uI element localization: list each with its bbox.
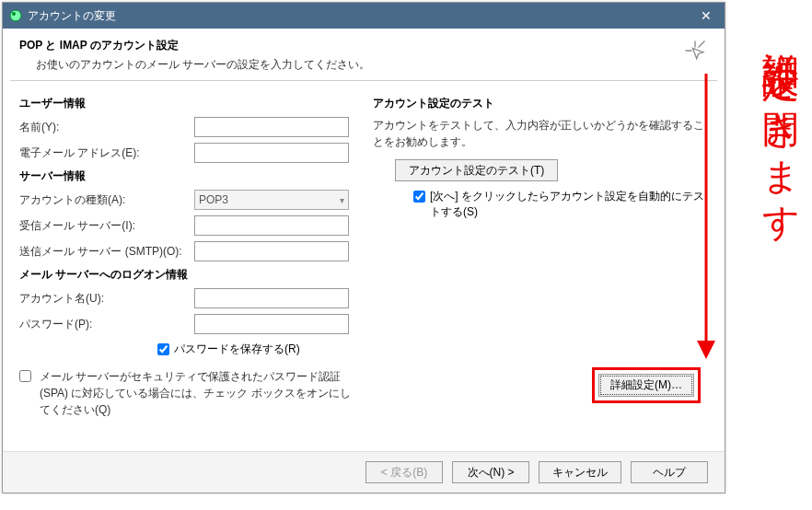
- outgoing-server-input[interactable]: [194, 241, 349, 261]
- incoming-server-input[interactable]: [194, 215, 349, 236]
- user-info-heading: ユーザー情報: [19, 96, 354, 111]
- svg-marker-3: [697, 341, 715, 359]
- account-settings-window: アカウントの変更 ✕ POP と IMAP のアカウント設定 お使いのアカウント…: [2, 2, 725, 493]
- spa-checkbox[interactable]: [19, 370, 31, 382]
- account-name-label: アカウント名(U):: [19, 291, 194, 307]
- auto-test-label: [次へ] をクリックしたらアカウント設定を自動的にテストする(S): [430, 189, 708, 220]
- test-account-button[interactable]: アカウント設定のテスト(T): [395, 159, 558, 181]
- right-column: アカウント設定のテスト アカウントをテストして、入力内容が正しいかどうかを確認す…: [367, 92, 713, 418]
- name-label: 名前(Y):: [19, 120, 194, 135]
- auto-test-checkbox[interactable]: [413, 191, 425, 203]
- next-button[interactable]: 次へ(N) >: [452, 461, 529, 483]
- details-highlight-box: 詳細設定(M)…: [592, 367, 701, 403]
- left-column: ユーザー情報 名前(Y): 電子メール アドレス(E): サーバー情報 アカウン…: [14, 92, 360, 418]
- header-area: POP と IMAP のアカウント設定 お使いのアカウントのメール サーバーの設…: [3, 29, 725, 80]
- save-password-checkbox-row[interactable]: パスワードを保存する(R): [157, 342, 300, 357]
- test-description: アカウントをテストして、入力内容が正しいかどうかを確認することをお勧めします。: [373, 117, 708, 150]
- save-password-checkbox[interactable]: [157, 343, 169, 355]
- cursor-icon: [682, 38, 708, 66]
- help-button[interactable]: ヘルプ: [631, 461, 708, 483]
- account-type-label: アカウントの種類(A):: [19, 192, 194, 208]
- titlebar: アカウントの変更 ✕: [3, 3, 725, 29]
- password-label: パスワード(P):: [19, 317, 194, 332]
- account-type-select[interactable]: POP3 ▾: [194, 190, 349, 210]
- email-label: 電子メール アドレス(E):: [19, 145, 194, 161]
- name-input[interactable]: [194, 117, 349, 137]
- details-settings-button[interactable]: 詳細設定(M)…: [598, 374, 694, 397]
- annotation-text: 詳細設定を開きます: [760, 23, 801, 226]
- cancel-button[interactable]: キャンセル: [539, 461, 621, 483]
- svg-point-0: [10, 10, 21, 21]
- annotation-arrow: [692, 74, 720, 359]
- chevron-down-icon: ▾: [340, 195, 344, 205]
- back-button[interactable]: < 戻る(B): [365, 461, 443, 483]
- incoming-server-label: 受信メール サーバー(I):: [19, 218, 194, 234]
- outgoing-server-label: 送信メール サーバー (SMTP)(O):: [19, 244, 194, 260]
- footer-buttons: < 戻る(B) 次へ(N) > キャンセル ヘルプ: [3, 451, 725, 493]
- header-title: POP と IMAP のアカウント設定: [19, 38, 682, 53]
- window-title: アカウントの変更: [28, 8, 688, 24]
- server-info-heading: サーバー情報: [19, 168, 354, 184]
- svg-point-1: [12, 12, 16, 16]
- close-button[interactable]: ✕: [688, 3, 725, 29]
- auto-test-checkbox-row[interactable]: [次へ] をクリックしたらアカウント設定を自動的にテストする(S): [413, 189, 708, 220]
- account-type-value: POP3: [199, 193, 228, 206]
- account-name-input[interactable]: [194, 288, 349, 308]
- test-heading: アカウント設定のテスト: [373, 96, 708, 111]
- header-subtitle: お使いのアカウントのメール サーバーの設定を入力してください。: [19, 53, 682, 73]
- password-input[interactable]: [194, 314, 349, 334]
- spa-label: メール サーバーがセキュリティで保護されたパスワード認証 (SPA) に対応して…: [36, 368, 354, 418]
- email-input[interactable]: [194, 143, 349, 163]
- logon-info-heading: メール サーバーへのログオン情報: [19, 267, 354, 283]
- app-icon: [8, 8, 23, 23]
- save-password-label: パスワードを保存する(R): [174, 342, 300, 357]
- content-area: ユーザー情報 名前(Y): 電子メール アドレス(E): サーバー情報 アカウン…: [3, 81, 725, 418]
